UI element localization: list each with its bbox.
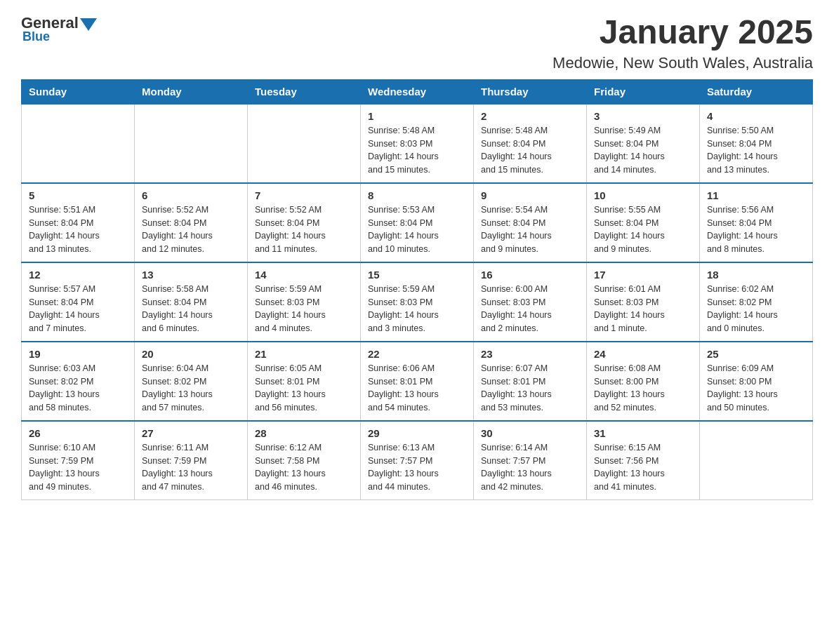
day-number: 29	[368, 427, 466, 439]
day-info: Sunrise: 6:15 AM Sunset: 7:56 PM Dayligh…	[594, 441, 692, 494]
day-number: 11	[707, 189, 805, 201]
calendar-cell: 31Sunrise: 6:15 AM Sunset: 7:56 PM Dayli…	[587, 421, 700, 500]
day-number: 28	[255, 427, 353, 439]
calendar-cell: 7Sunrise: 5:52 AM Sunset: 8:04 PM Daylig…	[248, 183, 361, 262]
calendar-header-row: Sunday Monday Tuesday Wednesday Thursday…	[22, 79, 813, 104]
calendar-cell: 28Sunrise: 6:12 AM Sunset: 7:58 PM Dayli…	[248, 421, 361, 500]
calendar-cell: 4Sunrise: 5:50 AM Sunset: 8:04 PM Daylig…	[700, 104, 813, 183]
calendar-cell: 24Sunrise: 6:08 AM Sunset: 8:00 PM Dayli…	[587, 342, 700, 421]
calendar-cell: 16Sunrise: 6:00 AM Sunset: 8:03 PM Dayli…	[474, 262, 587, 342]
day-number: 20	[142, 348, 240, 360]
calendar-subtitle: Medowie, New South Wales, Australia	[552, 54, 813, 72]
day-number: 25	[707, 348, 805, 360]
day-info: Sunrise: 5:56 AM Sunset: 8:04 PM Dayligh…	[707, 203, 805, 256]
calendar-cell: 1Sunrise: 5:48 AM Sunset: 8:03 PM Daylig…	[361, 104, 474, 183]
day-info: Sunrise: 5:59 AM Sunset: 8:03 PM Dayligh…	[368, 283, 466, 335]
logo-blue: Blue	[22, 29, 50, 44]
day-info: Sunrise: 5:53 AM Sunset: 8:04 PM Dayligh…	[368, 203, 466, 256]
day-info: Sunrise: 6:05 AM Sunset: 8:01 PM Dayligh…	[255, 362, 353, 415]
day-info: Sunrise: 6:07 AM Sunset: 8:01 PM Dayligh…	[481, 362, 579, 415]
calendar-cell	[135, 104, 248, 183]
day-number: 27	[142, 427, 240, 439]
day-number: 13	[142, 269, 240, 281]
day-number: 15	[368, 269, 466, 281]
day-number: 16	[481, 269, 579, 281]
day-info: Sunrise: 5:58 AM Sunset: 8:04 PM Dayligh…	[142, 283, 240, 335]
calendar-cell: 20Sunrise: 6:04 AM Sunset: 8:02 PM Dayli…	[135, 342, 248, 421]
calendar-cell: 11Sunrise: 5:56 AM Sunset: 8:04 PM Dayli…	[700, 183, 813, 262]
calendar-cell: 6Sunrise: 5:52 AM Sunset: 8:04 PM Daylig…	[135, 183, 248, 262]
calendar-cell: 19Sunrise: 6:03 AM Sunset: 8:02 PM Dayli…	[22, 342, 135, 421]
calendar-cell: 13Sunrise: 5:58 AM Sunset: 8:04 PM Dayli…	[135, 262, 248, 342]
day-info: Sunrise: 5:50 AM Sunset: 8:04 PM Dayligh…	[707, 124, 805, 177]
calendar-cell: 8Sunrise: 5:53 AM Sunset: 8:04 PM Daylig…	[361, 183, 474, 262]
day-number: 21	[255, 348, 353, 360]
header-monday: Monday	[135, 79, 248, 104]
day-number: 5	[29, 189, 127, 201]
calendar-table: Sunday Monday Tuesday Wednesday Thursday…	[21, 79, 813, 500]
calendar-cell	[700, 421, 813, 500]
day-number: 8	[368, 189, 466, 201]
logo: General Blue	[21, 14, 100, 44]
calendar-cell: 18Sunrise: 6:02 AM Sunset: 8:02 PM Dayli…	[700, 262, 813, 342]
calendar-cell: 30Sunrise: 6:14 AM Sunset: 7:57 PM Dayli…	[474, 421, 587, 500]
day-info: Sunrise: 6:06 AM Sunset: 8:01 PM Dayligh…	[368, 362, 466, 415]
day-number: 1	[368, 110, 466, 122]
page-header: General Blue January 2025 Medowie, New S…	[21, 14, 813, 72]
calendar-cell: 26Sunrise: 6:10 AM Sunset: 7:59 PM Dayli…	[22, 421, 135, 500]
day-info: Sunrise: 5:48 AM Sunset: 8:04 PM Dayligh…	[481, 124, 579, 177]
day-info: Sunrise: 5:52 AM Sunset: 8:04 PM Dayligh…	[255, 203, 353, 256]
day-info: Sunrise: 6:03 AM Sunset: 8:02 PM Dayligh…	[29, 362, 127, 415]
day-info: Sunrise: 6:00 AM Sunset: 8:03 PM Dayligh…	[481, 283, 579, 335]
day-number: 7	[255, 189, 353, 201]
day-info: Sunrise: 6:01 AM Sunset: 8:03 PM Dayligh…	[594, 283, 692, 335]
calendar-cell: 25Sunrise: 6:09 AM Sunset: 8:00 PM Dayli…	[700, 342, 813, 421]
header-sunday: Sunday	[22, 79, 135, 104]
calendar-cell	[22, 104, 135, 183]
day-number: 4	[707, 110, 805, 122]
day-number: 9	[481, 189, 579, 201]
calendar-cell: 29Sunrise: 6:13 AM Sunset: 7:57 PM Dayli…	[361, 421, 474, 500]
calendar-row: 12Sunrise: 5:57 AM Sunset: 8:04 PM Dayli…	[22, 262, 813, 342]
calendar-cell: 27Sunrise: 6:11 AM Sunset: 7:59 PM Dayli…	[135, 421, 248, 500]
calendar-cell: 21Sunrise: 6:05 AM Sunset: 8:01 PM Dayli…	[248, 342, 361, 421]
calendar-cell: 5Sunrise: 5:51 AM Sunset: 8:04 PM Daylig…	[22, 183, 135, 262]
day-number: 6	[142, 189, 240, 201]
day-info: Sunrise: 5:51 AM Sunset: 8:04 PM Dayligh…	[29, 203, 127, 256]
header-saturday: Saturday	[700, 79, 813, 104]
day-info: Sunrise: 6:13 AM Sunset: 7:57 PM Dayligh…	[368, 441, 466, 494]
day-info: Sunrise: 5:57 AM Sunset: 8:04 PM Dayligh…	[29, 283, 127, 335]
day-info: Sunrise: 6:09 AM Sunset: 8:00 PM Dayligh…	[707, 362, 805, 415]
calendar-title: January 2025	[552, 14, 813, 51]
day-info: Sunrise: 6:08 AM Sunset: 8:00 PM Dayligh…	[594, 362, 692, 415]
day-number: 26	[29, 427, 127, 439]
day-number: 31	[594, 427, 692, 439]
header-tuesday: Tuesday	[248, 79, 361, 104]
calendar-cell: 14Sunrise: 5:59 AM Sunset: 8:03 PM Dayli…	[248, 262, 361, 342]
header-friday: Friday	[587, 79, 700, 104]
logo-triangle-icon	[80, 18, 97, 31]
calendar-cell: 15Sunrise: 5:59 AM Sunset: 8:03 PM Dayli…	[361, 262, 474, 342]
header-thursday: Thursday	[474, 79, 587, 104]
calendar-cell: 12Sunrise: 5:57 AM Sunset: 8:04 PM Dayli…	[22, 262, 135, 342]
calendar-cell: 10Sunrise: 5:55 AM Sunset: 8:04 PM Dayli…	[587, 183, 700, 262]
day-info: Sunrise: 5:48 AM Sunset: 8:03 PM Dayligh…	[368, 124, 466, 177]
calendar-row: 26Sunrise: 6:10 AM Sunset: 7:59 PM Dayli…	[22, 421, 813, 500]
day-number: 12	[29, 269, 127, 281]
calendar-cell	[248, 104, 361, 183]
calendar-cell: 22Sunrise: 6:06 AM Sunset: 8:01 PM Dayli…	[361, 342, 474, 421]
day-info: Sunrise: 6:12 AM Sunset: 7:58 PM Dayligh…	[255, 441, 353, 494]
day-info: Sunrise: 6:10 AM Sunset: 7:59 PM Dayligh…	[29, 441, 127, 494]
calendar-row: 1Sunrise: 5:48 AM Sunset: 8:03 PM Daylig…	[22, 104, 813, 183]
day-info: Sunrise: 6:11 AM Sunset: 7:59 PM Dayligh…	[142, 441, 240, 494]
day-info: Sunrise: 5:52 AM Sunset: 8:04 PM Dayligh…	[142, 203, 240, 256]
calendar-cell: 17Sunrise: 6:01 AM Sunset: 8:03 PM Dayli…	[587, 262, 700, 342]
day-info: Sunrise: 6:02 AM Sunset: 8:02 PM Dayligh…	[707, 283, 805, 335]
header-wednesday: Wednesday	[361, 79, 474, 104]
calendar-cell: 9Sunrise: 5:54 AM Sunset: 8:04 PM Daylig…	[474, 183, 587, 262]
day-number: 3	[594, 110, 692, 122]
day-number: 2	[481, 110, 579, 122]
calendar-cell: 3Sunrise: 5:49 AM Sunset: 8:04 PM Daylig…	[587, 104, 700, 183]
calendar-row: 19Sunrise: 6:03 AM Sunset: 8:02 PM Dayli…	[22, 342, 813, 421]
day-info: Sunrise: 5:49 AM Sunset: 8:04 PM Dayligh…	[594, 124, 692, 177]
